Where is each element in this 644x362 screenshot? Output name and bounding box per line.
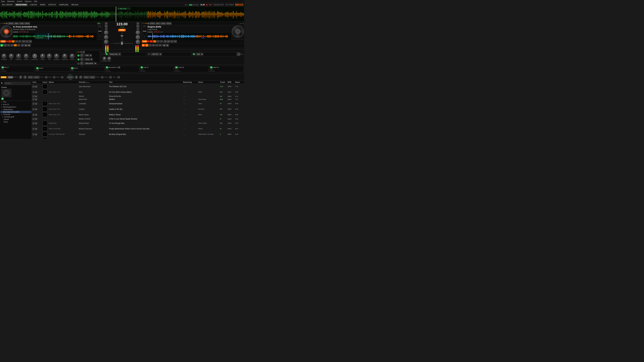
fx-knob-bw[interactable] <box>9 54 14 58</box>
fx-bittiefe-knob[interactable] <box>103 57 106 60</box>
fx1-effect2-toggle[interactable] <box>77 58 80 61</box>
overview-waveform[interactable]: (function() { var svg = document.current… <box>0 7 244 22</box>
add-to-deck-btn-1[interactable]: 🎵 <box>32 91 34 93</box>
right-waveform-strip[interactable]: (function() { var svg = document.current… <box>148 33 231 40</box>
table-row[interactable]: 🎵 ▶ Far East / Wild West EP Osmose My Bo… <box>32 132 244 137</box>
aux3-add[interactable]: + <box>109 76 112 78</box>
preview-btn-3[interactable]: ▶ <box>35 98 37 100</box>
col-header-rating[interactable]: Bewertung <box>183 81 198 83</box>
mixer-m-right[interactable]: M <box>136 25 139 27</box>
fx1-close-btn[interactable]: ✕ <box>80 51 82 53</box>
auto-btn[interactable]: AUTO <box>1 76 6 78</box>
aux1-icon2[interactable]: 🎤 <box>79 76 82 79</box>
preview-btn-0[interactable]: ▶ <box>35 86 37 88</box>
col-header-title[interactable]: Titel <box>109 81 183 83</box>
table-row[interactable]: 🎵 ▶ Petko Turner Edit Michael Sixtynine … <box>32 126 244 132</box>
left-prev[interactable]: ◀ <box>24 44 27 46</box>
fx-knob-ausklang[interactable] <box>2 54 6 58</box>
broadcast-btn[interactable]: BROADCAST <box>214 4 224 6</box>
fx1-effect1-toggle[interactable] <box>77 54 80 57</box>
mixer-l-right[interactable]: L <box>137 28 139 30</box>
mic4-add[interactable]: + <box>61 76 64 78</box>
right-hotcue-2[interactable]: 2 <box>153 40 156 42</box>
fx-knob-senden1[interactable] <box>24 54 28 58</box>
sidebar-item-wiedergabelisten[interactable]: ▶ Wiedergabelisten <box>0 106 31 108</box>
left-hotcue-1[interactable]: 1 <box>8 40 11 42</box>
sidebar-item-shared[interactable]: shared <box>0 118 31 121</box>
preview-play-btn[interactable]: ▶ <box>1 97 4 100</box>
fx2-mid-select[interactable]: LR8 ISO <box>150 53 162 56</box>
add-to-deck-btn-0[interactable]: 🎵 <box>32 86 34 88</box>
channel-fader[interactable] <box>122 32 122 40</box>
col-header-album[interactable]: Album <box>49 81 79 83</box>
table-row[interactable]: 🎵 ▶ Master At Work To Be In Love (Secret… <box>32 117 244 120</box>
left-eq-high[interactable] <box>104 30 108 35</box>
preview-btn-10[interactable]: ▶ <box>35 133 37 135</box>
preview-btn-1[interactable]: ▶ <box>35 91 37 93</box>
add-to-deck-btn-5[interactable]: 🎵 <box>32 108 34 110</box>
sidebar-item-music[interactable]: Music <box>0 121 31 123</box>
left-hotcue-7[interactable]: 7 <box>14 44 17 46</box>
right-loop-in[interactable]: ⟵ <box>167 40 170 43</box>
right-loop-size-display[interactable]: 16 <box>164 40 167 43</box>
left-fx2-label[interactable]: FX2 <box>3 23 6 24</box>
right-hotcue-8[interactable]: 8 <box>159 44 162 46</box>
sidebar-item-computer[interactable]: ▶ Computer <box>0 113 31 116</box>
talk-btn[interactable]: TALK <box>8 76 13 78</box>
mic1-icon2[interactable]: 🎤 <box>23 76 27 79</box>
mixer-h-left[interactable]: H <box>105 22 108 25</box>
left-cue-header-btn[interactable]: CUE <box>19 22 24 25</box>
fx1-effect2-select[interactable]: Echo <box>84 58 93 61</box>
col-header-dur[interactable]: Dauer <box>235 81 244 83</box>
fx1-headphones[interactable]: 🎧 <box>82 51 85 53</box>
sync-btn[interactable]: SYNC <box>118 29 126 31</box>
fx2-right-select[interactable]: Hall <box>196 53 204 56</box>
left-hotcue-5[interactable]: 5 <box>7 44 10 46</box>
table-row[interactable]: 🎵 ▶ Disco Cuts, Vol. 1 JKriv So True (JK… <box>32 89 244 95</box>
menu-hilfe[interactable]: Hilfe <box>34 0 37 2</box>
sidebar-item-plattenkisten[interactable]: ▼ Plattenkisten <box>0 108 31 111</box>
table-row[interactable]: 🎵 ▶ Disco Cuts, Vol. 1 Lovebirds Donwanc… <box>32 101 244 106</box>
add-to-deck-btn-9[interactable]: 🎵 <box>32 128 34 130</box>
col-header-genre[interactable]: Genre <box>198 81 220 83</box>
fx-down-knob[interactable] <box>107 57 111 60</box>
tab-big-library[interactable]: BIG LIBRARY <box>1 3 14 6</box>
sidebar-item-schnellzugriff[interactable]: ▶ Schnellzugriff <box>0 116 31 118</box>
left-next[interactable]: ▶ <box>28 44 31 46</box>
left-vinyl-btn[interactable]: VINYL <box>8 22 14 25</box>
fx-knob-senden2[interactable] <box>70 54 74 58</box>
left-eq-low[interactable] <box>104 40 108 44</box>
fx-knob-zeit[interactable] <box>47 54 52 58</box>
preview-btn-6[interactable]: ▶ <box>35 114 37 116</box>
search-input[interactable] <box>4 82 31 85</box>
right-cue-btn[interactable]: CUE <box>142 40 148 42</box>
fx-knob-dampfune[interactable] <box>16 54 21 58</box>
fx2-right-toggle[interactable] <box>193 53 195 55</box>
sampler-5-play[interactable]: ▶ <box>140 66 143 68</box>
left-hotcue-4[interactable]: 4 <box>18 40 21 42</box>
left-hotcue-2[interactable]: 2 <box>12 40 14 42</box>
right-pause-btn[interactable]: ⏸ <box>145 44 148 46</box>
sampler-1-fader[interactable] <box>3 71 6 71</box>
sampler-4-expand[interactable]: ▼ <box>118 66 120 68</box>
left-loop-size2[interactable]: 8 <box>21 44 24 46</box>
mixer-l-left[interactable]: L <box>105 28 108 30</box>
left-pass-btn[interactable]: PASS <box>24 22 30 25</box>
fx2-mid-toggle[interactable] <box>148 53 150 55</box>
col-header-vorh[interactable]: Vorh. <box>32 81 42 83</box>
fx1-aux-btn[interactable]: FX1 <box>83 76 89 79</box>
fx1-effect1-knob[interactable] <box>80 54 84 57</box>
sampler-6-fader[interactable] <box>177 71 180 71</box>
right-hotcue-6[interactable]: 6 <box>152 44 155 46</box>
fx2-aux-btn[interactable]: FX2 <box>90 76 95 79</box>
left-pause-btn[interactable]: ⏸ <box>4 44 7 46</box>
table-row[interactable]: 🎵 ▶ Kibosh Circus A-Go-Go ····· Fm 120.0… <box>32 95 244 98</box>
sampler-7-play[interactable]: ▶ <box>210 66 212 68</box>
mic1-icon[interactable]: 🎤 <box>19 76 22 79</box>
left-hotcue-3[interactable]: 3 <box>15 40 18 42</box>
add-to-deck-btn-8[interactable]: 🎵 <box>32 122 34 124</box>
col-header-bpm[interactable]: BPM <box>228 81 235 83</box>
right-eq-high[interactable] <box>136 30 140 35</box>
tab-samplers[interactable]: SAMPLERS <box>58 3 70 6</box>
sidebar-item-misc[interactable]: Misc tracks (27) 2:42:52 <box>0 111 31 113</box>
